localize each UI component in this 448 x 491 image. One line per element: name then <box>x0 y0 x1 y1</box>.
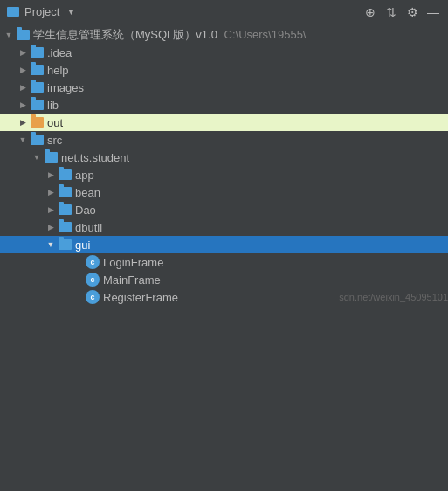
tree-item-registerframe[interactable]: c RegisterFrame sdn.net/weixin_45095101 <box>0 288 448 306</box>
root-label: 学生信息管理系统（MySQL版）v1.0 C:\Users\19555\ <box>33 27 448 43</box>
item-label: dbutil <box>75 221 448 234</box>
tree-item[interactable]: dbutil <box>0 218 448 236</box>
tree-item-gui[interactable]: gui <box>0 236 448 253</box>
item-label: MainFrame <box>103 273 448 287</box>
item-folder-icon <box>58 222 72 233</box>
item-label: LoginFrame <box>103 256 448 269</box>
item-arrow <box>30 153 44 162</box>
item-label: net.ts.student <box>61 151 448 164</box>
item-label: out <box>47 116 448 129</box>
panel-title-arrow: ▼ <box>66 7 75 17</box>
item-arrow <box>44 240 58 249</box>
item-arrow <box>16 118 30 127</box>
item-arrow <box>16 83 30 92</box>
tree-item[interactable]: lib <box>0 96 448 114</box>
item-folder-icon <box>44 152 58 163</box>
item-arrow <box>16 100 30 109</box>
item-arrow <box>44 170 58 179</box>
item-label: gui <box>75 239 448 252</box>
item-arrow <box>44 188 58 197</box>
tree-item[interactable]: help <box>0 61 448 79</box>
item-label: lib <box>47 99 448 112</box>
item-label: src <box>47 134 448 147</box>
item-label: images <box>47 81 448 94</box>
item-folder-icon <box>30 100 44 111</box>
tree-item[interactable]: src <box>0 131 448 149</box>
root-folder-icon <box>16 30 30 41</box>
root-arrow <box>2 31 16 39</box>
tree-item[interactable]: net.ts.student <box>0 149 448 166</box>
tree-item-loginframe[interactable]: c LoginFrame <box>0 253 448 271</box>
item-folder-icon <box>30 82 44 93</box>
item-arrow <box>16 135 30 144</box>
panel-header: Project ▼ ⊕ ⇅ ⚙ — <box>0 0 448 24</box>
item-folder-icon <box>58 187 72 198</box>
item-arrow <box>44 205 58 214</box>
item-label: bean <box>75 186 448 199</box>
item-label: Dao <box>75 204 448 217</box>
panel-actions: ⊕ ⇅ ⚙ — <box>362 4 441 20</box>
tree-item[interactable]: .idea <box>0 44 448 61</box>
watermark: sdn.net/weixin_45095101 <box>339 292 448 302</box>
project-panel: Project ▼ ⊕ ⇅ ⚙ — 学生信息管理系统（MySQL版）v1.0 C… <box>0 0 448 491</box>
item-folder-icon <box>30 117 44 128</box>
item-folder-icon <box>58 204 72 216</box>
tree-root[interactable]: 学生信息管理系统（MySQL版）v1.0 C:\Users\19555\ <box>0 26 448 44</box>
tree-item[interactable]: app <box>0 166 448 183</box>
item-folder-icon <box>30 47 44 59</box>
item-folder-icon <box>30 135 44 146</box>
tree-item-mainframe[interactable]: c MainFrame <box>0 271 448 288</box>
settings-button[interactable]: ⚙ <box>404 4 420 20</box>
panel-title[interactable]: Project ▼ <box>7 5 75 18</box>
item-arrow <box>44 223 58 232</box>
minimize-button[interactable]: — <box>425 4 441 20</box>
class-icon: c <box>86 290 100 304</box>
tree-item[interactable]: Dao <box>0 201 448 218</box>
item-folder-icon <box>30 65 44 76</box>
class-icon: c <box>86 273 100 287</box>
project-folder-icon <box>7 7 19 17</box>
item-arrow <box>16 66 30 74</box>
item-label: .idea <box>47 46 448 59</box>
item-folder-icon <box>58 169 72 181</box>
class-icon: c <box>86 255 100 269</box>
item-label: help <box>47 64 448 77</box>
scope-button[interactable]: ⊕ <box>362 4 378 20</box>
tree-item-out[interactable]: out <box>0 114 448 131</box>
item-folder-icon <box>58 239 72 251</box>
item-label: app <box>75 169 448 182</box>
file-tree: 学生信息管理系统（MySQL版）v1.0 C:\Users\19555\ .id… <box>0 24 448 491</box>
layout-button[interactable]: ⇅ <box>383 4 399 20</box>
tree-item[interactable]: images <box>0 79 448 96</box>
panel-title-text: Project <box>24 5 59 18</box>
tree-item-bean[interactable]: bean <box>0 183 448 201</box>
item-arrow <box>16 48 30 57</box>
